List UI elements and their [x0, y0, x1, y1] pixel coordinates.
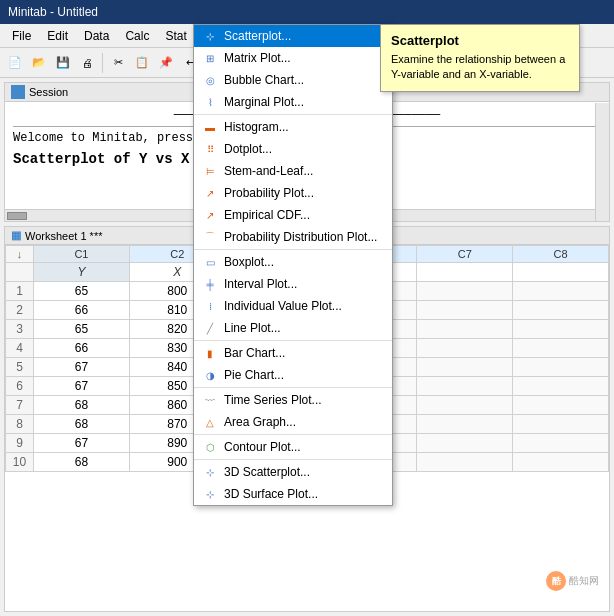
cell-c7-9[interactable]	[417, 434, 513, 453]
row-num-7: 7	[6, 396, 34, 415]
dropdown-label-histogram: Histogram...	[224, 120, 289, 134]
dropdown-item-scatter3d[interactable]: ⊹3D Scatterplot...	[194, 461, 392, 483]
contour-icon: ⬡	[202, 439, 218, 455]
col-y-name[interactable]: Y	[34, 263, 130, 282]
session-title: Session	[29, 86, 68, 98]
cell-c8-4[interactable]	[513, 339, 609, 358]
cell-c1-9[interactable]: 67	[34, 434, 130, 453]
cell-c8-9[interactable]	[513, 434, 609, 453]
col-c1-header[interactable]: C1	[34, 246, 130, 263]
cell-c8-5[interactable]	[513, 358, 609, 377]
dropdown-item-contour-plot[interactable]: ⬡Contour Plot...	[194, 436, 392, 458]
dropdown-label-empirical-cdf: Empirical CDF...	[224, 208, 310, 222]
menu-data[interactable]: Data	[76, 24, 117, 47]
dropdown-item-marginal-plot[interactable]: ⌇Marginal Plot...	[194, 91, 392, 113]
dropdown-label-boxplot: Boxplot...	[224, 255, 274, 269]
save-btn[interactable]: 💾	[52, 52, 74, 74]
cell-c1-8[interactable]: 68	[34, 415, 130, 434]
dropdown-label-line-plot: Line Plot...	[224, 321, 281, 335]
dropdown-item-time-series[interactable]: 〰Time Series Plot...	[194, 389, 392, 411]
pie-icon: ◑	[202, 367, 218, 383]
new-btn[interactable]: 📄	[4, 52, 26, 74]
session-icon	[11, 85, 25, 99]
dropdown-item-bar-chart[interactable]: ▮Bar Chart...	[194, 342, 392, 364]
dropdown-label-marginal-plot: Marginal Plot...	[224, 95, 304, 109]
graph-dropdown: ⊹Scatterplot...⊞Matrix Plot...◎Bubble Ch…	[193, 24, 393, 506]
dropdown-item-matrix-plot[interactable]: ⊞Matrix Plot...	[194, 47, 392, 69]
print-btn[interactable]: 🖨	[76, 52, 98, 74]
dropdown-item-pie-chart[interactable]: ◑Pie Chart...	[194, 364, 392, 386]
cell-c7-7[interactable]	[417, 396, 513, 415]
cell-c7-6[interactable]	[417, 377, 513, 396]
dropdown-item-scatterplot[interactable]: ⊹Scatterplot...	[194, 25, 392, 47]
cell-c8-7[interactable]	[513, 396, 609, 415]
dropdown-item-empirical-cdf[interactable]: ↗Empirical CDF...	[194, 204, 392, 226]
cell-c8-3[interactable]	[513, 320, 609, 339]
lineplot-icon: ╱	[202, 320, 218, 336]
row-num-10: 10	[6, 453, 34, 472]
dropdown-item-bubble-chart[interactable]: ◎Bubble Chart...	[194, 69, 392, 91]
scatter-icon: ⊹	[202, 28, 218, 44]
stem-icon: ⊨	[202, 163, 218, 179]
cell-c8-2[interactable]	[513, 301, 609, 320]
ecdf-icon: ↗	[202, 207, 218, 223]
dropdown-item-surface3d[interactable]: ⊹3D Surface Plot...	[194, 483, 392, 505]
cell-c1-5[interactable]: 67	[34, 358, 130, 377]
dropdown-label-stem-and-leaf: Stem-and-Leaf...	[224, 164, 313, 178]
cut-btn[interactable]: ✂	[107, 52, 129, 74]
cell-c1-10[interactable]: 68	[34, 453, 130, 472]
cell-c1-7[interactable]: 68	[34, 396, 130, 415]
dropdown-item-boxplot[interactable]: ▭Boxplot...	[194, 251, 392, 273]
cell-c1-3[interactable]: 65	[34, 320, 130, 339]
dropdown-item-histogram[interactable]: ▬Histogram...	[194, 116, 392, 138]
area-icon: △	[202, 414, 218, 430]
dropdown-item-area-graph[interactable]: △Area Graph...	[194, 411, 392, 433]
cell-c1-1[interactable]: 65	[34, 282, 130, 301]
histogram-icon: ▬	[202, 119, 218, 135]
menu-file[interactable]: File	[4, 24, 39, 47]
menu-separator	[194, 249, 392, 250]
session-scroll-thumb[interactable]	[7, 212, 27, 220]
cell-c7-2[interactable]	[417, 301, 513, 320]
cell-c8-6[interactable]	[513, 377, 609, 396]
dropdown-item-interval-plot[interactable]: ╪Interval Plot...	[194, 273, 392, 295]
cell-c7-3[interactable]	[417, 320, 513, 339]
session-scrollbar[interactable]	[595, 103, 609, 221]
menu-edit[interactable]: Edit	[39, 24, 76, 47]
cell-c7-1[interactable]	[417, 282, 513, 301]
col-c7-header[interactable]: C7	[417, 246, 513, 263]
cell-c7-5[interactable]	[417, 358, 513, 377]
col-c7-name[interactable]	[417, 263, 513, 282]
row-num-2: 2	[6, 301, 34, 320]
dropdown-item-dotplot[interactable]: ⠿Dotplot...	[194, 138, 392, 160]
dropdown-label-interval-plot: Interval Plot...	[224, 277, 297, 291]
cell-c1-2[interactable]: 66	[34, 301, 130, 320]
menu-stat[interactable]: Stat	[157, 24, 194, 47]
cell-c8-1[interactable]	[513, 282, 609, 301]
worksheet-title: Worksheet 1 ***	[25, 230, 102, 242]
cell-c1-6[interactable]: 67	[34, 377, 130, 396]
paste-btn[interactable]: 📌	[155, 52, 177, 74]
col-c8-header[interactable]: C8	[513, 246, 609, 263]
row-num-6: 6	[6, 377, 34, 396]
cell-c7-8[interactable]	[417, 415, 513, 434]
dropdown-label-dotplot: Dotplot...	[224, 142, 272, 156]
menu-calc[interactable]: Calc	[117, 24, 157, 47]
cell-c7-10[interactable]	[417, 453, 513, 472]
cell-c8-8[interactable]	[513, 415, 609, 434]
cell-c7-4[interactable]	[417, 339, 513, 358]
dropdown-item-stem-and-leaf[interactable]: ⊨Stem-and-Leaf...	[194, 160, 392, 182]
dropdown-item-probability-plot[interactable]: ↗Probability Plot...	[194, 182, 392, 204]
dropdown-item-prob-dist-plot[interactable]: ⌒Probability Distribution Plot...	[194, 226, 392, 248]
watermark-logo: 酷	[546, 571, 566, 591]
watermark: 酷 酷知网	[546, 571, 599, 591]
cell-c1-4[interactable]: 66	[34, 339, 130, 358]
row-num-9: 9	[6, 434, 34, 453]
cell-c8-10[interactable]	[513, 453, 609, 472]
col-c8-name[interactable]	[513, 263, 609, 282]
open-btn[interactable]: 📂	[28, 52, 50, 74]
dropdown-item-individual-value[interactable]: ⁞Individual Value Plot...	[194, 295, 392, 317]
title-bar: Minitab - Untitled	[0, 0, 614, 24]
dropdown-item-line-plot[interactable]: ╱Line Plot...	[194, 317, 392, 339]
copy-btn[interactable]: 📋	[131, 52, 153, 74]
